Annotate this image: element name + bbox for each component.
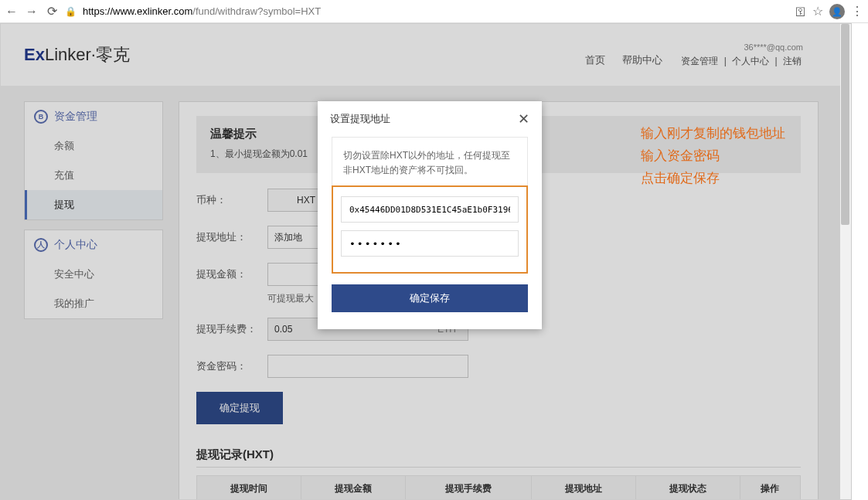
menu-kebab-icon[interactable]: ⋮ (851, 4, 863, 19)
set-address-modal: 设置提现地址 ✕ 切勿设置除HXT以外的地址，任何提现至非HXT地址的资产将不可… (318, 101, 542, 329)
modal-warning: 切勿设置除HXT以外的地址，任何提现至非HXT地址的资产将不可找回。 (332, 137, 528, 185)
modal-title: 设置提现地址 (330, 112, 390, 126)
address-bar[interactable]: https://www.exlinker.com/fund/withdraw?s… (83, 5, 789, 17)
bookmark-star-icon[interactable]: ☆ (812, 4, 823, 19)
close-icon[interactable]: ✕ (518, 111, 529, 128)
key-icon[interactable]: ⚿ (795, 5, 806, 18)
scrollbar-track[interactable] (840, 24, 851, 499)
modal-highlighted-fields (332, 185, 528, 274)
browser-toolbar: ← → ⟳ 🔒 https://www.exlinker.com/fund/wi… (0, 0, 868, 23)
annotation-text: 输入刚才复制的钱包地址 输入资金密码 点击确定保存 (641, 123, 785, 190)
profile-avatar-icon[interactable]: 👤 (829, 4, 845, 19)
scrollbar-thumb[interactable] (841, 24, 849, 225)
forward-icon[interactable]: → (25, 5, 39, 19)
lock-icon: 🔒 (65, 6, 77, 17)
modal-password-input[interactable] (341, 230, 519, 257)
url-host: https://www.exlinker.com (83, 5, 192, 17)
reload-icon[interactable]: ⟳ (45, 4, 59, 19)
modal-address-input[interactable] (341, 196, 519, 223)
url-path: /fund/withdraw?symbol=HXT (192, 5, 321, 17)
back-icon[interactable]: ← (5, 5, 19, 19)
modal-save-button[interactable]: 确定保存 (332, 284, 528, 312)
